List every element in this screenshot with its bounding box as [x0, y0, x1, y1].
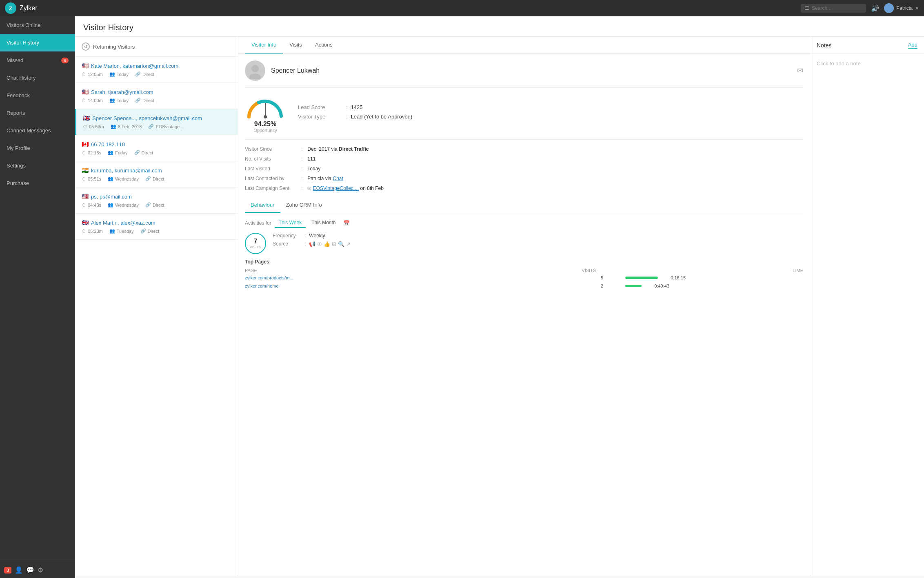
pages-table-header: PAGE VISITS TIME [245, 268, 803, 273]
meta-time: ⏱ 05:53m [83, 124, 104, 129]
meta-day: 👥 Tuesday [109, 228, 134, 234]
visitor-meta: ⏱ 05:53m 👥 8 Feb, 2018 🔗 EOSvintage... [83, 124, 231, 129]
meta-time: ⏱ 02:15s [82, 150, 101, 155]
thumbs-icon: 👍 [324, 241, 330, 247]
visitor-name: 🇺🇸 Sarah, tjsarah@ymail.com [82, 89, 231, 95]
search-box[interactable]: ☰ [801, 4, 866, 13]
tab-zoho-crm[interactable]: Zoho CRM Info [280, 198, 328, 213]
behav-tab-this-week[interactable]: This Week [275, 218, 306, 228]
volume-icon[interactable]: 🔊 [871, 4, 879, 12]
visitor-name: 🇬🇧 Alex Martin, alex@xaz.com [82, 219, 231, 226]
source-icon: 🔗 [145, 176, 151, 181]
visitor-card[interactable]: 🇮🇳 kurumba, kurumba@mail.com ⏱ 05:51s 👥 … [75, 161, 238, 187]
email-icon[interactable]: ✉ [797, 66, 803, 75]
calendar-small-icon: 👥 [111, 124, 116, 129]
main-layout: Visitors Online Visitor History Missed 6… [0, 16, 924, 578]
visitor-name: 🇨🇦 66.70.182.110 [82, 141, 231, 147]
chat-link[interactable]: Chat [333, 176, 343, 181]
svg-point-0 [251, 65, 259, 72]
behav-tab-this-month[interactable]: This Month [307, 218, 340, 228]
visitor-name: 🇺🇸 ps, ps@mail.com [82, 193, 231, 200]
source-num: ① [317, 241, 322, 247]
visitor-card[interactable]: 🇬🇧 Alex Martin, alex@xaz.com ⏱ 05:23m 👥 … [75, 214, 238, 240]
avatar [884, 3, 894, 13]
app-logo: Z Zylker [5, 2, 797, 14]
sidebar-item-my-profile[interactable]: My Profile [0, 139, 75, 157]
clock-icon: ⏱ [82, 229, 86, 234]
visitor-since-label: Visitor Since [245, 146, 298, 152]
lead-score-row: Lead Score : 1425 [298, 104, 803, 110]
detail-content: Spencer Lukwah ✉ [238, 54, 810, 298]
visitor-full-name: Spencer Lukwah [271, 67, 320, 74]
gauge-section: 94.25% Opportunity Lead Score : 1425 Vis… [245, 94, 803, 140]
add-note-button[interactable]: Add [908, 42, 917, 49]
page-bar [625, 277, 658, 279]
search-input[interactable] [812, 5, 861, 11]
source-icons: 📢 ① 👍 ⊞ 🔍 ↗ [309, 241, 351, 247]
person-icon[interactable]: 👤 [15, 566, 23, 574]
notes-placeholder[interactable]: Click to add a note [817, 60, 861, 67]
returning-header: ↺ Returning Visitors [75, 37, 238, 57]
flag-icon: 🇺🇸 [82, 62, 89, 69]
visitor-card[interactable]: 🇺🇸 Sarah, tjsarah@ymail.com ⏱ 14:00m 👥 T… [75, 83, 238, 109]
clock-icon: ⏱ [82, 203, 86, 208]
sidebar-item-visitors-online[interactable]: Visitors Online [0, 16, 75, 34]
source-icon: 🔗 [135, 71, 141, 77]
sidebar-item-feedback[interactable]: Feedback [0, 87, 75, 104]
tab-visitor-info[interactable]: Visitor Info [245, 37, 283, 54]
calendar-small-icon: 👥 [108, 176, 113, 181]
content-area: Visitor History ↺ Returning Visitors 🇺🇸 … [75, 16, 924, 578]
meta-time: ⏱ 04:43s [82, 202, 101, 208]
sidebar-item-purchase[interactable]: Purchase [0, 174, 75, 192]
sidebar-item-canned-messages[interactable]: Canned Messages [0, 122, 75, 139]
visitor-card[interactable]: 🇬🇧 Spencer Spence..., spencelukwah@gmail… [75, 109, 238, 135]
visitor-meta: ⏱ 12:05m 👥 Today 🔗 Direct [82, 71, 231, 77]
clock-icon: ⏱ [82, 98, 86, 103]
page-url[interactable]: zylker.com/products/m... [245, 275, 601, 280]
visitor-meta: ⏱ 05:51s 👥 Wednesday 🔗 Direct [82, 176, 231, 181]
detail-panel: Visitor Info Visits Actions Spencer [238, 37, 810, 576]
sidebar-item-reports[interactable]: Reports [0, 104, 75, 122]
meta-time: ⏱ 05:23m [82, 228, 103, 234]
bottom-badge: 3 [4, 567, 11, 574]
calendar-small-icon: 👥 [108, 150, 113, 155]
tab-visits[interactable]: Visits [283, 37, 309, 54]
no-visits-row: No. of Visits : 111 [245, 156, 803, 162]
settings-small-icon[interactable]: ⚙ [38, 566, 43, 574]
visitor-card[interactable]: 🇨🇦 66.70.182.110 ⏱ 02:15s 👥 Friday 🔗 Dir… [75, 135, 238, 161]
chat-icon[interactable]: 💬 [26, 566, 34, 574]
visitor-meta: ⏱ 04:43s 👥 Wednesday 🔗 Direct [82, 202, 231, 208]
page-row: zylker.com/products/m... 5 0:16:15 [245, 275, 803, 280]
clock-icon: ⏱ [82, 150, 86, 155]
calendar-icon[interactable]: 📅 [343, 220, 350, 226]
user-menu[interactable]: Patricia ▼ [884, 3, 919, 13]
activity-tabs: Activities for This Week This Month 📅 [245, 218, 803, 228]
chevron-down-icon: ▼ [915, 6, 919, 11]
avatar-image [884, 3, 894, 13]
visitor-card[interactable]: 🇺🇸 ps, ps@mail.com ⏱ 04:43s 👥 Wednesday … [75, 187, 238, 214]
visits-section: 7 VISITS Frequency : Weekly Sou [245, 233, 803, 254]
visits-text: VISITS [250, 245, 262, 249]
page-url[interactable]: zylker.com/home [245, 283, 601, 288]
tab-actions[interactable]: Actions [309, 37, 339, 54]
visitor-meta: ⏱ 02:15s 👥 Friday 🔗 Direct [82, 150, 231, 155]
last-visited-value: Today [307, 166, 320, 172]
sidebar-item-settings[interactable]: Settings [0, 157, 75, 174]
gauge-percent: 94.25% [245, 121, 286, 128]
lead-info: Lead Score : 1425 Visitor Type : Lead (Y… [298, 104, 803, 123]
page-visits-count: 2 [601, 283, 625, 288]
megaphone-icon: 📢 [309, 241, 315, 247]
lead-score-value: 1425 [351, 104, 363, 110]
tab-behaviour[interactable]: Behaviour [245, 198, 280, 213]
page-row: zylker.com/home 2 0:49:43 [245, 283, 803, 288]
page-header: Visitor History [75, 16, 924, 37]
notes-panel: Notes Add Click to add a note [810, 37, 924, 576]
visitor-name: 🇬🇧 Spencer Spence..., spencelukwah@gmail… [83, 115, 231, 121]
visitor-card[interactable]: 🇺🇸 Kate Marion, katemarion@gmail.com ⏱ 1… [75, 57, 238, 83]
last-campaign-label: Last Campaign Sent [245, 185, 298, 191]
sidebar-item-missed[interactable]: Missed 6 [0, 51, 75, 69]
sidebar-item-chat-history[interactable]: Chat History [0, 69, 75, 87]
visitor-since-row: Visitor Since : Dec, 2017 via Direct Tra… [245, 146, 803, 152]
sidebar-item-visitor-history[interactable]: Visitor History [0, 34, 75, 51]
frequency-row: Frequency : Weekly [273, 233, 803, 239]
